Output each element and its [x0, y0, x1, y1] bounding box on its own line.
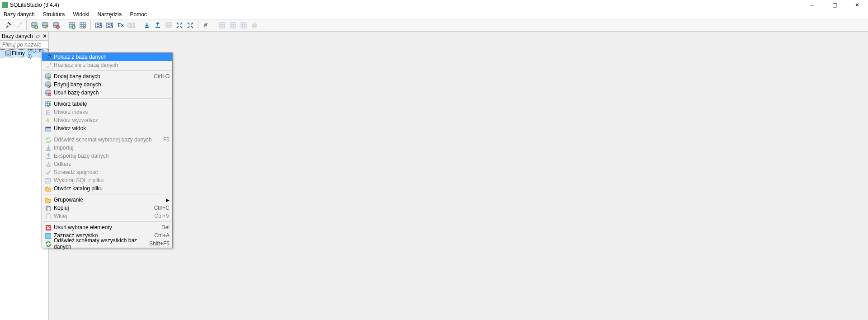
toolbar-table-add[interactable] [67, 20, 77, 30]
toolbar-arrows-in[interactable] [185, 20, 195, 30]
toolbar-edit-db[interactable] [40, 20, 50, 30]
sql-file-icon [44, 177, 52, 184]
sidebar-detach-icon[interactable]: ▱ [34, 33, 41, 40]
menu-tools[interactable]: Narzędzia [96, 10, 123, 19]
ctx-edit-db[interactable]: Edytuj bazę danych [42, 80, 172, 89]
index-icon [44, 108, 52, 116]
toolbar-sep [198, 20, 198, 30]
window-title: SQLiteStudio (3.4.4) [10, 2, 806, 8]
maximize-button[interactable]: ▢ [828, 0, 841, 10]
ctx-create-view[interactable]: Utwórz widok [42, 124, 172, 132]
toolbar-tile2[interactable] [228, 20, 238, 30]
toolbar-sep [90, 20, 91, 30]
toolbar-table-edit[interactable] [78, 20, 88, 30]
ctx-grouping[interactable]: Grupowanie ▶ [42, 196, 172, 204]
menu-views[interactable]: Widoki [72, 10, 90, 19]
window-buttons: ─ ▢ ✕ [806, 0, 868, 10]
unplug-icon [44, 61, 52, 69]
toolbar-add-db[interactable] [29, 20, 39, 30]
folder-icon [44, 196, 52, 203]
close-button[interactable]: ✕ [851, 0, 863, 10]
menu-structure[interactable]: Struktura [42, 10, 66, 19]
ctx-paste[interactable]: Wklej Ctrl+V [42, 212, 172, 220]
ctx-refresh-schema[interactable]: Odśwież schemat wybranej bazy danych F5 [42, 136, 172, 144]
menu-bar: Bazy danych Struktura Widoki Narzędzia P… [0, 10, 868, 19]
ctx-delete-selected[interactable]: Usuń wybrane elementy Del [42, 223, 172, 231]
toolbar-connect[interactable] [3, 20, 13, 30]
minimize-button[interactable]: ─ [806, 0, 818, 10]
refresh-icon [44, 240, 52, 247]
ctx-copy[interactable]: Kopiuj Ctrl+C [42, 204, 172, 212]
toolbar-sep [214, 20, 214, 30]
ctx-separator [43, 221, 171, 222]
ctx-import[interactable]: Importuj [42, 144, 172, 152]
trigger-icon [44, 117, 52, 124]
ctx-separator [43, 194, 171, 194]
import-icon [44, 144, 52, 151]
refresh-icon [44, 136, 52, 143]
toolbar-history[interactable] [126, 20, 136, 30]
database-icon [5, 50, 11, 56]
db-add-icon [44, 73, 52, 80]
menu-databases[interactable]: Bazy danych [3, 10, 36, 19]
view-icon [44, 125, 52, 132]
table-add-icon [44, 100, 52, 108]
ctx-export-db[interactable]: Eksportuj bazę danych [42, 152, 172, 160]
export-icon [44, 152, 52, 160]
toolbar-import[interactable] [142, 20, 152, 30]
toolbar-sql-editor[interactable] [94, 20, 104, 30]
toolbar-export[interactable] [153, 20, 163, 30]
toolbar-fx[interactable] [115, 20, 125, 30]
db-tree[interactable]: Filmy (SQLite 3) [0, 49, 48, 58]
db-tree-item[interactable]: Filmy (SQLite 3) [0, 50, 48, 57]
sidebar-title: Bazy danych [2, 33, 34, 39]
toolbar-sql-file[interactable] [104, 20, 114, 30]
vacuum-icon [44, 160, 52, 168]
toolbar-tile3[interactable] [239, 20, 249, 30]
ctx-refresh-all[interactable]: Odśwież schematy wszystkich baz danych S… [42, 240, 172, 248]
toolbar-sep [26, 20, 27, 30]
toolbar-tile1[interactable] [217, 20, 227, 30]
paste-icon [44, 212, 52, 220]
ctx-separator [43, 98, 171, 99]
toolbar-extra[interactable] [164, 20, 174, 30]
ctx-del-db[interactable]: Usuń bazę danych [42, 89, 172, 97]
sidebar-close-icon[interactable]: ✕ [41, 33, 48, 40]
toolbar-sep [139, 20, 139, 30]
ctx-vacuum[interactable]: Odkurz [42, 160, 172, 168]
ctx-create-index[interactable]: Utwórz indeks [42, 108, 172, 116]
toolbar-del-db[interactable] [51, 20, 61, 30]
toolbar-print[interactable] [250, 20, 259, 30]
db-del-icon [44, 89, 52, 96]
title-bar: SQLiteStudio (3.4.4) ─ ▢ ✕ [0, 0, 868, 10]
sidebar-header: Bazy danych ▱ ✕ [0, 32, 48, 41]
copy-icon [44, 204, 52, 212]
ctx-open-folder[interactable]: Otwórz katalog pliku [42, 184, 172, 193]
delete-icon [44, 224, 52, 231]
ctx-connect[interactable]: Połącz z bazą danych [42, 53, 172, 61]
ctx-add-db[interactable]: Dodaj bazę danych Ctrl+O [42, 72, 172, 80]
ctx-create-trigger[interactable]: Utwórz wyzwalacz [42, 116, 172, 124]
ctx-disconnect[interactable]: Rozłącz się z bazą danych [42, 61, 172, 69]
toolbar [0, 19, 868, 32]
db-edit-icon [44, 81, 52, 88]
folder-icon [44, 185, 52, 192]
toolbar-arrows-out[interactable] [175, 20, 184, 30]
context-menu: Połącz z bazą danych Rozłącz się z bazą … [42, 52, 173, 248]
toolbar-settings[interactable] [201, 20, 211, 30]
db-name: Filmy [12, 50, 25, 56]
ctx-separator [43, 134, 171, 134]
ctx-integrity[interactable]: Sprawdź spójność [42, 168, 172, 176]
check-icon [44, 169, 52, 176]
ctx-separator [43, 71, 171, 71]
toolbar-disconnect[interactable] [14, 20, 24, 30]
submenu-arrow-icon: ▶ [166, 198, 170, 202]
toolbar-sep [64, 20, 64, 30]
ctx-exec-sql-file[interactable]: Wykonaj SQL z pliku [42, 176, 172, 184]
ctx-create-table[interactable]: Utwórz tabelę [42, 100, 172, 108]
menu-help[interactable]: Pomoc [129, 10, 147, 19]
app-icon [2, 2, 8, 8]
select-all-icon [44, 232, 52, 239]
plug-icon [44, 53, 52, 61]
